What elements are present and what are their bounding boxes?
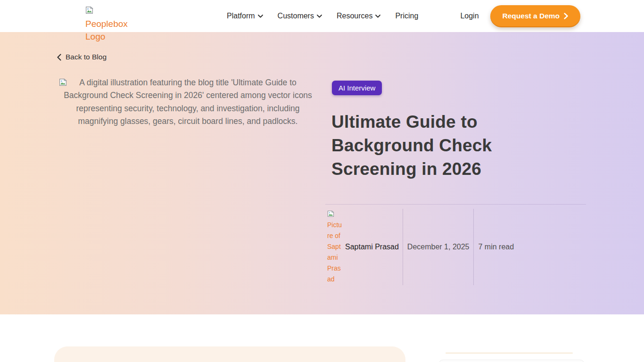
chevron-right-icon xyxy=(564,13,568,19)
navbar: Peoplebox Logo Platform Customers Resour… xyxy=(0,0,644,32)
nav-item-platform[interactable]: Platform xyxy=(227,12,263,20)
sidebar-card xyxy=(438,360,585,362)
login-link[interactable]: Login xyxy=(460,12,479,20)
nav-item-label: Pricing xyxy=(395,12,418,20)
broken-image-icon xyxy=(85,5,93,17)
chevron-down-icon xyxy=(258,15,263,18)
read-time: 7 min read xyxy=(474,243,518,251)
author-avatar-alt-text: Picture of Saptami Prasad xyxy=(327,221,342,283)
request-demo-label: Request a Demo xyxy=(503,12,560,20)
chevron-down-icon xyxy=(375,15,380,18)
chevron-down-icon xyxy=(317,15,322,18)
nav-right-group: Login Request a Demo xyxy=(460,0,580,32)
chevron-left-icon xyxy=(57,54,61,61)
sidebar-accent-line xyxy=(446,353,573,354)
hero-image-broken: A digital illustration featuring the blo… xyxy=(57,76,319,128)
author-avatar-broken: Picture of Saptami Prasad xyxy=(327,209,343,285)
hero-image-alt-text: A digital illustration featuring the blo… xyxy=(64,78,312,126)
back-to-blog-link[interactable]: Back to Blog xyxy=(57,53,107,61)
nav-item-label: Customers xyxy=(278,12,314,20)
nav-item-customers[interactable]: Customers xyxy=(278,12,322,20)
post-title: Ultimate Guide to Background Check Scree… xyxy=(331,110,529,181)
request-demo-button[interactable]: Request a Demo xyxy=(490,5,580,27)
title-divider xyxy=(325,204,586,205)
nav-item-resources[interactable]: Resources xyxy=(337,12,380,20)
nav-item-label: Platform xyxy=(227,12,255,20)
article-hero-section: Back to Blog A digital illustration feat… xyxy=(0,32,644,314)
nav-item-pricing[interactable]: Pricing xyxy=(395,12,418,20)
author-meta-row: Picture of Saptami Prasad Saptami Prasad… xyxy=(327,209,518,285)
category-badge[interactable]: AI Interview xyxy=(332,81,382,95)
logo-link[interactable]: Peoplebox Logo xyxy=(85,4,135,43)
article-content-card xyxy=(54,346,405,362)
main-nav: Platform Customers Resources Pricing xyxy=(227,0,418,32)
article-body-section xyxy=(0,314,644,362)
author-name[interactable]: Saptami Prasad xyxy=(343,243,403,251)
publish-date: December 1, 2025 xyxy=(403,243,474,251)
nav-item-label: Resources xyxy=(337,12,372,20)
broken-image-icon xyxy=(327,210,334,217)
broken-image-icon xyxy=(59,78,67,86)
logo-alt-text: Peoplebox Logo xyxy=(85,19,128,41)
back-to-blog-label: Back to Blog xyxy=(66,53,107,61)
